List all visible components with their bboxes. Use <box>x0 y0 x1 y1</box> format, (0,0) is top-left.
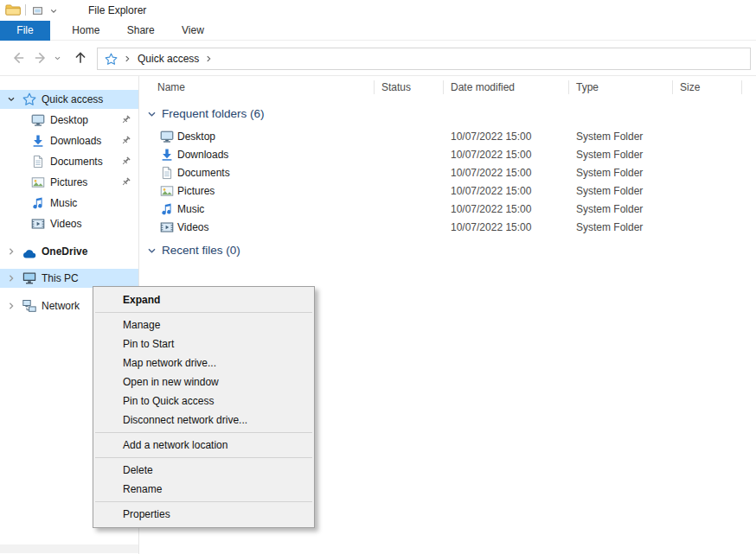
sidebar-item-documents[interactable]: Documents <box>0 152 138 171</box>
file-row-documents[interactable]: Documents 10/07/2022 15:00 System Folder <box>139 164 746 182</box>
tab-share[interactable]: Share <box>115 21 167 41</box>
sidebar-item-label: Downloads <box>50 135 101 147</box>
menu-separator <box>95 457 312 458</box>
menu-separator <box>95 432 312 433</box>
tab-view[interactable]: View <box>170 21 216 41</box>
sidebar-item-label: Desktop <box>50 114 88 126</box>
sidebar-item-quick-access[interactable]: Quick access <box>0 90 138 109</box>
qat-properties-icon[interactable] <box>32 5 43 16</box>
tab-home[interactable]: Home <box>60 21 112 41</box>
menu-item-disconnect-network-drive[interactable]: Disconnect network drive... <box>93 411 314 430</box>
onedrive-cloud-icon <box>22 247 36 261</box>
file-date-modified: 10/07/2022 15:00 <box>451 201 531 219</box>
menu-item-map-network-drive[interactable]: Map network drive... <box>93 353 314 373</box>
chevron-collapsed-icon[interactable] <box>7 302 16 310</box>
group-header-frequent-folders[interactable]: Frequent folders (6) <box>139 105 265 123</box>
menu-item-pin-to-quick-access[interactable]: Pin to Quick access <box>93 392 314 411</box>
sidebar-item-this-pc[interactable]: This PC <box>0 269 138 288</box>
column-header-date-modified[interactable]: Date modified <box>444 76 569 99</box>
file-row-downloads[interactable]: Downloads 10/07/2022 15:00 System Folder <box>139 146 746 164</box>
forward-button[interactable] <box>33 50 48 66</box>
pictures-icon <box>160 184 174 198</box>
sidebar-item-label: Pictures <box>50 176 87 188</box>
pin-icon <box>121 156 131 166</box>
file-row-desktop[interactable]: Desktop 10/07/2022 15:00 System Folder <box>139 128 746 146</box>
file-row-videos[interactable]: Videos 10/07/2022 15:00 System Folder <box>139 219 746 237</box>
qat-customize-chevron-icon[interactable] <box>49 7 58 16</box>
sidebar-item-videos[interactable]: Videos <box>0 214 138 233</box>
menu-item-expand[interactable]: Expand <box>93 290 314 309</box>
sidebar-horizontal-scrollbar[interactable] <box>0 544 138 553</box>
downloads-icon <box>160 148 174 162</box>
chevron-expanded-icon[interactable] <box>7 95 16 104</box>
group-label: Recent files (0) <box>162 244 240 257</box>
sidebar-item-music[interactable]: Music <box>0 194 138 213</box>
file-explorer-window: File Explorer File Home Share View Quick… <box>0 0 756 554</box>
file-type: System Folder <box>576 128 643 146</box>
file-name: Videos <box>177 219 208 237</box>
sidebar-item-desktop[interactable]: Desktop <box>0 111 138 130</box>
file-date-modified: 10/07/2022 15:00 <box>451 146 531 164</box>
pin-icon <box>121 177 131 187</box>
column-header-status[interactable]: Status <box>375 76 444 99</box>
menu-item-manage[interactable]: Manage <box>93 315 314 334</box>
qat-separator <box>25 4 26 16</box>
group-chevron-icon[interactable] <box>147 110 157 119</box>
file-name: Downloads <box>177 146 228 164</box>
file-name: Music <box>177 201 204 219</box>
tab-file[interactable]: File <box>0 21 50 41</box>
file-type: System Folder <box>576 219 643 237</box>
desktop-icon <box>160 130 174 143</box>
sidebar-item-downloads[interactable]: Downloads <box>0 131 138 150</box>
file-type: System Folder <box>576 146 643 164</box>
documents-icon <box>160 166 174 180</box>
menu-item-pin-to-start[interactable]: Pin to Start <box>93 334 314 353</box>
videos-icon <box>160 220 174 234</box>
music-icon <box>160 202 174 216</box>
desktop-icon <box>31 113 45 127</box>
file-date-modified: 10/07/2022 15:00 <box>451 128 531 146</box>
context-menu: Expand Manage Pin to Start Map network d… <box>93 286 315 528</box>
menu-item-properties[interactable]: Properties <box>93 505 314 524</box>
column-header-name[interactable]: Name <box>143 76 375 99</box>
file-type: System Folder <box>576 201 643 219</box>
sidebar-item-label: Documents <box>50 156 103 168</box>
column-header-type[interactable]: Type <box>569 76 673 99</box>
sidebar-item-label: Network <box>42 300 80 312</box>
breadcrumb-item-quick-access[interactable]: Quick access <box>138 53 199 65</box>
sidebar-item-label: OneDrive <box>42 245 87 258</box>
sidebar-item-label: This PC <box>42 272 79 284</box>
file-name: Pictures <box>177 182 215 201</box>
menu-item-rename[interactable]: Rename <box>93 480 314 499</box>
this-pc-icon <box>22 271 36 285</box>
group-header-recent-files[interactable]: Recent files (0) <box>139 242 240 259</box>
menu-item-add-network-location[interactable]: Add a network location <box>93 436 314 455</box>
recent-locations-chevron-icon[interactable] <box>54 54 61 62</box>
back-button[interactable] <box>10 50 26 66</box>
file-date-modified: 10/07/2022 15:00 <box>451 164 531 182</box>
file-type: System Folder <box>576 182 643 201</box>
pin-icon <box>121 115 131 124</box>
group-label: Frequent folders (6) <box>162 107 265 120</box>
column-header-size[interactable]: Size <box>673 76 742 99</box>
breadcrumb-chevron-icon[interactable] <box>206 54 212 63</box>
up-button[interactable] <box>73 50 88 66</box>
menu-item-delete[interactable]: Delete <box>93 461 314 480</box>
navigation-bar: Quick access <box>0 41 756 76</box>
quick-access-star-icon <box>22 92 36 106</box>
menu-item-open-in-new-window[interactable]: Open in new window <box>93 373 314 392</box>
quick-access-icon <box>105 53 118 66</box>
sidebar-item-label: Music <box>50 197 77 209</box>
sidebar-item-onedrive[interactable]: OneDrive <box>0 242 138 261</box>
file-row-pictures[interactable]: Pictures 10/07/2022 15:00 System Folder <box>139 182 746 201</box>
chevron-collapsed-icon[interactable] <box>7 247 16 256</box>
address-bar[interactable]: Quick access <box>97 48 751 70</box>
breadcrumb-chevron-icon[interactable] <box>125 54 131 63</box>
documents-icon <box>31 155 45 169</box>
chevron-collapsed-icon[interactable] <box>7 274 16 283</box>
music-icon <box>31 196 45 210</box>
sidebar-item-pictures[interactable]: Pictures <box>0 173 138 192</box>
group-chevron-icon[interactable] <box>147 246 157 256</box>
file-type: System Folder <box>576 164 643 182</box>
file-row-music[interactable]: Music 10/07/2022 15:00 System Folder <box>139 201 746 219</box>
